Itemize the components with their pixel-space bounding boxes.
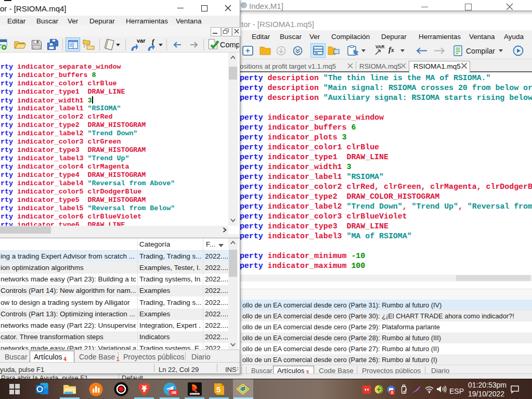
svg-text:5: 5 <box>216 385 220 394</box>
svg-text:MetaTrader5: MetaTrader5 <box>190 393 200 395</box>
